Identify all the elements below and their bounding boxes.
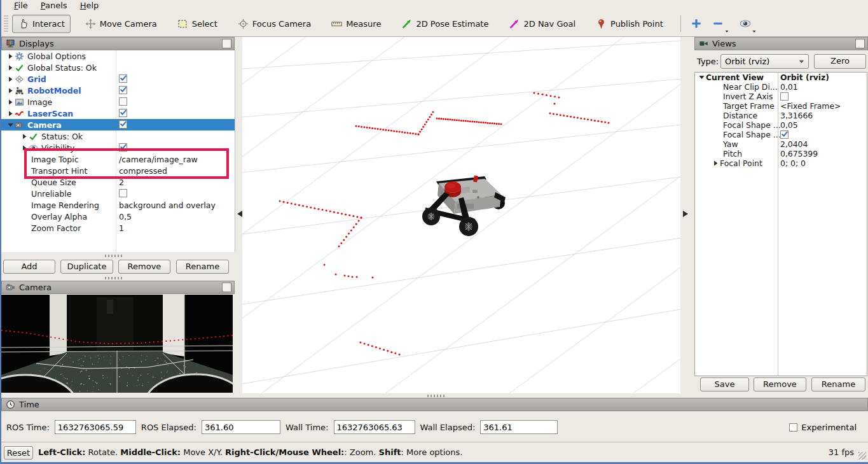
property-value[interactable]: background and overlay bbox=[119, 200, 216, 210]
select-tool-button[interactable]: Select bbox=[172, 15, 223, 33]
tree-row-unreliable[interactable]: Unreliable bbox=[1, 188, 235, 199]
menu-item-file[interactable]: File bbox=[8, 1, 34, 10]
collapse-left-arrow[interactable] bbox=[237, 210, 243, 218]
camera-panel-titlebar[interactable]: Camera bbox=[1, 281, 235, 294]
save-views-button[interactable]: Save bbox=[700, 377, 749, 391]
camera-float-button[interactable] bbox=[222, 283, 231, 292]
property-value[interactable]: 0,675399 bbox=[780, 149, 818, 158]
ros-time-input[interactable] bbox=[55, 420, 136, 434]
views-panel-titlebar[interactable]: Views bbox=[694, 37, 868, 50]
tree-row-image-rendering[interactable]: Image Renderingbackground and overlay bbox=[1, 199, 235, 211]
experimental-checkbox[interactable] bbox=[789, 423, 797, 432]
expand-collapsed[interactable] bbox=[6, 52, 15, 60]
expand-collapsed[interactable] bbox=[6, 87, 15, 95]
tree-row-grid[interactable]: Grid bbox=[1, 73, 235, 85]
wall-elapsed-input[interactable] bbox=[480, 420, 558, 434]
image-checkbox[interactable] bbox=[119, 97, 127, 106]
expand-collapsed[interactable] bbox=[712, 159, 720, 167]
expand-collapsed[interactable] bbox=[20, 132, 29, 141]
remove-views-button[interactable]: Remove bbox=[754, 377, 806, 391]
2d-nav-goal-tool-button[interactable]: 2D Nav Goal bbox=[503, 15, 581, 33]
menu-item-help[interactable]: Help bbox=[74, 1, 106, 10]
property-value[interactable]: 0,5 bbox=[119, 212, 132, 221]
tree-row-yaw[interactable]: Yaw2,0404 bbox=[695, 139, 867, 149]
property-value[interactable]: <Fixed Frame> bbox=[780, 101, 841, 111]
tree-row-focal-point[interactable]: Focal Point0; 0; 0 bbox=[695, 158, 867, 168]
collapse-right-arrow[interactable] bbox=[682, 210, 689, 218]
focal-shape-checkbox[interactable] bbox=[780, 130, 789, 139]
2d-pose-estimate-tool-button[interactable]: 2D Pose Estimate bbox=[396, 15, 494, 33]
tree-row-current-view[interactable]: Current ViewOrbit (rviz) bbox=[695, 73, 867, 82]
property-value[interactable]: Orbit (rviz) bbox=[780, 73, 829, 82]
panel-splitter[interactable] bbox=[427, 395, 446, 397]
menu-item-panels[interactable]: Panels bbox=[34, 1, 74, 10]
tree-row-invert-z-axis[interactable]: Invert Z Axis bbox=[695, 92, 867, 101]
tree-row-target-frame[interactable]: Target Frame<Fixed Frame> bbox=[695, 101, 867, 111]
tree-row-focal-shape[interactable]: Focal Shape ... bbox=[695, 130, 867, 139]
property-value[interactable]: 1 bbox=[119, 223, 124, 233]
property-value[interactable]: 0,01 bbox=[780, 82, 798, 92]
tree-row-zoom-factor[interactable]: Zoom Factor1 bbox=[1, 222, 235, 234]
ros-elapsed-input[interactable] bbox=[202, 420, 280, 434]
property-value[interactable]: 0,05 bbox=[780, 120, 798, 130]
expand-collapsed[interactable] bbox=[6, 75, 15, 83]
duplicate-button[interactable]: Duplicate bbox=[60, 260, 113, 274]
tree-row-pitch[interactable]: Pitch0,675399 bbox=[695, 149, 867, 158]
expand-collapsed[interactable] bbox=[6, 109, 15, 118]
robotmodel-checkbox[interactable] bbox=[119, 86, 127, 94]
tree-row-near-clip-di[interactable]: Near Clip Di...0,01 bbox=[695, 82, 867, 92]
measure-tool-button[interactable]: Measure bbox=[326, 15, 387, 33]
remove-button[interactable]: Remove bbox=[118, 260, 170, 274]
displays-float-button[interactable] bbox=[222, 39, 231, 48]
rename-views-button[interactable]: Rename bbox=[811, 377, 865, 391]
views-float-button[interactable] bbox=[855, 39, 865, 48]
tree-row-overlay-alpha[interactable]: Overlay Alpha0,5 bbox=[1, 211, 235, 222]
toolbar-drag-handle[interactable] bbox=[4, 15, 8, 32]
tree-row-focal-shape[interactable]: Focal Shape ...0,05 bbox=[695, 120, 867, 130]
panel-splitter[interactable] bbox=[105, 277, 124, 279]
move-camera-tool-button[interactable]: Move Camera bbox=[79, 15, 163, 33]
resize-grip[interactable] bbox=[858, 452, 866, 460]
focus-camera-tool-button[interactable]: Focus Camera bbox=[232, 15, 317, 33]
expand-expanded[interactable] bbox=[698, 73, 706, 81]
laserscan-checkbox[interactable] bbox=[119, 109, 127, 117]
tree-row-camera[interactable]: Camera bbox=[1, 119, 235, 130]
3d-viewport[interactable] bbox=[242, 37, 680, 393]
tree-row-global-options[interactable]: Global Options bbox=[1, 50, 235, 62]
interact-tool-button[interactable]: Interact bbox=[12, 15, 71, 33]
zoom-out-minus-icon-button[interactable] bbox=[710, 16, 731, 31]
panel-splitter[interactable] bbox=[105, 255, 124, 257]
rename-button[interactable]: Rename bbox=[176, 260, 229, 274]
wall-time-input[interactable] bbox=[334, 420, 415, 434]
tree-row-robotmodel[interactable]: RobotModel bbox=[1, 85, 235, 96]
unreliable-checkbox[interactable] bbox=[119, 189, 127, 197]
zero-button[interactable]: Zero bbox=[814, 54, 866, 69]
invert-z-axis-checkbox[interactable] bbox=[780, 92, 789, 101]
tree-row-image[interactable]: Image bbox=[1, 96, 235, 108]
tree-row-global-status-ok[interactable]: Global Status: Ok bbox=[1, 62, 235, 73]
property-value[interactable]: 3,31666 bbox=[780, 111, 813, 120]
property-value[interactable]: 0; 0; 0 bbox=[780, 158, 806, 168]
publish-point-tool-button[interactable]: Publish Point bbox=[590, 15, 669, 33]
displays-panel-titlebar[interactable]: Displays bbox=[1, 37, 235, 50]
select-box-icon bbox=[177, 18, 188, 29]
view-type-label: Type: bbox=[697, 57, 719, 66]
tree-row-distance[interactable]: Distance3,31666 bbox=[695, 111, 867, 120]
expand-collapsed[interactable] bbox=[6, 98, 15, 106]
time-panel-titlebar[interactable]: Time bbox=[1, 398, 868, 411]
reset-button[interactable]: Reset bbox=[4, 446, 33, 460]
grid-checkbox[interactable] bbox=[119, 74, 127, 83]
property-label: Yaw bbox=[723, 139, 738, 149]
visibility-eye-icon-button[interactable] bbox=[738, 16, 759, 31]
expand-collapsed[interactable] bbox=[6, 64, 15, 72]
property-value[interactable]: 2,0404 bbox=[780, 139, 808, 149]
property-label: Focal Point bbox=[720, 158, 762, 168]
add-button[interactable]: Add bbox=[3, 260, 55, 274]
zoom-in-plus-icon bbox=[691, 18, 702, 29]
view-type-combobox[interactable]: Orbit (rviz) bbox=[720, 54, 809, 69]
expand-expanded[interactable] bbox=[6, 121, 15, 129]
tree-row-laserscan[interactable]: LaserScan bbox=[1, 108, 235, 119]
zoom-in-plus-icon-button[interactable] bbox=[689, 16, 704, 31]
tree-row-status-ok[interactable]: Status: Ok bbox=[1, 130, 235, 142]
camera-checkbox[interactable] bbox=[119, 120, 127, 129]
